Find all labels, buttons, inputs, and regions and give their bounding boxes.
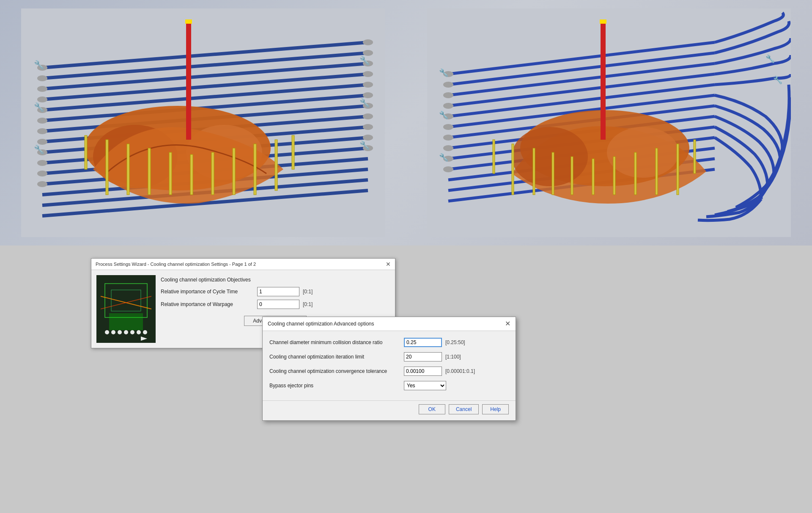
warpage-row: Relative importance of Warpage [0:1] bbox=[161, 300, 390, 309]
svg-rect-45 bbox=[148, 148, 151, 195]
bypass-select[interactable]: Yes No bbox=[404, 381, 446, 390]
iteration-range: [1:100] bbox=[445, 354, 461, 360]
svg-text:🔧: 🔧 bbox=[34, 144, 44, 154]
bypass-row: Bypass ejector pins Yes No bbox=[269, 381, 509, 390]
svg-rect-111 bbox=[109, 313, 143, 330]
svg-point-21 bbox=[37, 118, 47, 124]
svg-text:🔧: 🔧 bbox=[34, 102, 44, 112]
svg-rect-98 bbox=[677, 144, 679, 195]
help-button[interactable]: Help bbox=[482, 404, 509, 414]
warpage-range: [0:1] bbox=[303, 301, 313, 307]
cycle-time-input[interactable] bbox=[257, 287, 299, 296]
svg-point-17 bbox=[37, 75, 47, 81]
svg-rect-48 bbox=[211, 152, 214, 195]
svg-point-87 bbox=[607, 127, 679, 178]
svg-point-36 bbox=[363, 124, 373, 130]
wizard-close-button[interactable]: ✕ bbox=[386, 261, 391, 267]
convergence-row: Cooling channel optimization convergence… bbox=[269, 367, 509, 376]
svg-rect-51 bbox=[106, 140, 108, 195]
svg-text:🔧: 🔧 bbox=[359, 55, 370, 66]
svg-rect-99 bbox=[694, 140, 696, 174]
advanced-close-button[interactable]: ✕ bbox=[505, 320, 510, 327]
cycle-time-row: Relative importance of Cycle Time [0:1] bbox=[161, 287, 390, 296]
svg-rect-49 bbox=[233, 148, 235, 195]
warpage-input[interactable] bbox=[257, 300, 299, 309]
wizard-preview-image bbox=[96, 275, 156, 343]
svg-point-78 bbox=[443, 103, 453, 109]
wizard-titlebar: Process Settings Wizard - Cooling channe… bbox=[91, 259, 395, 270]
svg-point-76 bbox=[443, 82, 453, 88]
svg-rect-53 bbox=[275, 140, 277, 190]
convergence-label: Cooling channel optimization convergence… bbox=[269, 368, 401, 374]
svg-point-35 bbox=[363, 113, 373, 119]
svg-point-77 bbox=[443, 92, 453, 98]
svg-point-112 bbox=[105, 330, 109, 334]
svg-point-25 bbox=[37, 160, 47, 166]
ok-button[interactable]: OK bbox=[419, 404, 445, 414]
svg-point-26 bbox=[37, 171, 47, 177]
channel-diameter-label: Channel diameter minimum collision dista… bbox=[269, 339, 401, 345]
svg-rect-94 bbox=[613, 157, 615, 195]
channel-diameter-input[interactable] bbox=[404, 338, 442, 347]
left-3d-model: 🔧 🔧 🔧 🔧 🔧 🔧 bbox=[21, 8, 385, 237]
svg-text:🔧: 🔧 bbox=[439, 68, 449, 77]
channel-diameter-range: [0.25:50] bbox=[445, 339, 465, 345]
svg-rect-100 bbox=[493, 140, 495, 174]
svg-rect-93 bbox=[592, 159, 594, 195]
svg-point-84 bbox=[443, 166, 453, 172]
svg-rect-54 bbox=[292, 135, 294, 169]
svg-point-33 bbox=[363, 92, 373, 98]
wizard-title: Process Settings Wizard - Cooling channe… bbox=[96, 262, 256, 267]
advanced-dialog: Cooling channel optimization Advanced op… bbox=[262, 317, 516, 421]
svg-point-118 bbox=[143, 330, 147, 334]
svg-rect-95 bbox=[634, 152, 636, 195]
viewport-area: 🔧 🔧 🔧 🔧 🔧 🔧 bbox=[0, 0, 812, 245]
svg-rect-92 bbox=[571, 157, 573, 195]
cycle-time-range: [0:1] bbox=[303, 289, 313, 295]
svg-text:🔧: 🔧 bbox=[359, 140, 370, 150]
svg-rect-44 bbox=[127, 144, 129, 195]
svg-point-22 bbox=[37, 128, 47, 134]
channel-diameter-row: Channel diameter minimum collision dista… bbox=[269, 338, 509, 347]
section-title: Cooling channel optimization Objectives bbox=[161, 277, 390, 283]
svg-rect-90 bbox=[533, 148, 535, 195]
svg-point-32 bbox=[363, 82, 373, 88]
svg-text:🔧: 🔧 bbox=[359, 98, 370, 108]
svg-rect-46 bbox=[169, 152, 172, 195]
right-3d-model: 🔧 🔧 🔧 🔧 🔧 bbox=[427, 8, 791, 237]
svg-rect-89 bbox=[600, 19, 606, 24]
warpage-label: Relative importance of Warpage bbox=[161, 301, 254, 307]
svg-point-115 bbox=[124, 330, 128, 334]
advanced-titlebar: Cooling channel optimization Advanced op… bbox=[263, 317, 516, 331]
cancel-button[interactable]: Cancel bbox=[449, 404, 479, 414]
svg-text:🔧: 🔧 bbox=[34, 60, 44, 70]
svg-point-23 bbox=[37, 139, 47, 145]
advanced-content: Channel diameter minimum collision dista… bbox=[263, 331, 516, 399]
convergence-range: [0.00001:0.1] bbox=[445, 368, 475, 374]
svg-point-31 bbox=[363, 71, 373, 77]
svg-rect-88 bbox=[601, 21, 606, 140]
svg-rect-91 bbox=[552, 152, 554, 195]
svg-rect-52 bbox=[85, 135, 87, 169]
svg-point-27 bbox=[37, 181, 47, 187]
svg-point-18 bbox=[37, 86, 47, 92]
svg-text:🔧: 🔧 bbox=[765, 54, 775, 63]
svg-point-81 bbox=[443, 135, 453, 141]
svg-point-114 bbox=[118, 330, 122, 334]
convergence-input[interactable] bbox=[404, 367, 442, 376]
svg-rect-43 bbox=[185, 19, 192, 24]
svg-point-113 bbox=[111, 330, 115, 334]
svg-point-29 bbox=[363, 50, 373, 56]
iteration-input[interactable] bbox=[404, 352, 442, 361]
svg-rect-50 bbox=[254, 144, 256, 195]
svg-text:🔧: 🔧 bbox=[773, 75, 783, 85]
svg-text:🔧: 🔧 bbox=[439, 153, 449, 162]
bypass-label: Bypass ejector pins bbox=[269, 383, 401, 389]
advanced-footer: OK Cancel Help bbox=[263, 400, 516, 420]
svg-point-80 bbox=[443, 124, 453, 130]
svg-text:🔧: 🔧 bbox=[439, 110, 449, 120]
svg-rect-47 bbox=[190, 154, 193, 195]
svg-rect-97 bbox=[512, 144, 514, 195]
svg-point-117 bbox=[137, 330, 141, 334]
advanced-title: Cooling channel optimization Advanced op… bbox=[268, 321, 374, 327]
